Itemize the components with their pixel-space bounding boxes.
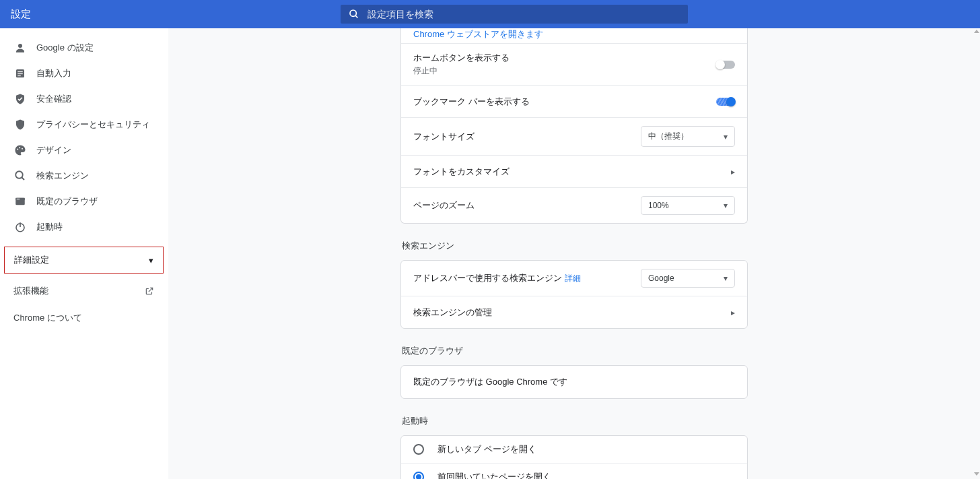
- chevron-down-icon: ▾: [724, 132, 728, 141]
- sidebar-item-safety[interactable]: 安全確認: [0, 86, 168, 112]
- sidebar: Google の設定 自動入力 安全確認 プライバシーとセキュリティ デザイン …: [0, 28, 168, 479]
- browser-icon: [13, 195, 27, 208]
- svg-line-1: [355, 15, 357, 18]
- svg-point-10: [15, 171, 23, 179]
- home-button-toggle[interactable]: [716, 61, 735, 69]
- font-size-row: フォントサイズ 中（推奨） ▾: [401, 117, 747, 155]
- design-card: Chrome ウェブストアを開きます ホームボタンを表示する 停止中 ブックマー…: [400, 28, 748, 224]
- shield-icon: [13, 118, 27, 131]
- sidebar-advanced[interactable]: 詳細設定 ▾: [4, 247, 164, 274]
- chevron-right-icon: ▸: [731, 167, 735, 177]
- page-title: 設定: [11, 8, 31, 21]
- bookmarks-bar-row: ブックマーク バーを表示する: [401, 85, 747, 117]
- chevron-down-icon: ▾: [724, 201, 728, 210]
- default-browser-row: 既定のブラウザは Google Chrome です: [401, 366, 747, 398]
- sidebar-item-about[interactable]: Chrome について: [0, 305, 168, 331]
- manage-search-row[interactable]: 検索エンジンの管理 ▸: [401, 296, 747, 328]
- svg-rect-5: [18, 73, 23, 74]
- svg-point-2: [18, 44, 22, 48]
- sidebar-item-autofill[interactable]: 自動入力: [0, 61, 168, 86]
- chevron-down-icon: ▾: [724, 274, 728, 283]
- shield-check-icon: [13, 92, 27, 106]
- search-icon: [13, 169, 27, 183]
- font-size-select[interactable]: 中（推奨） ▾: [641, 126, 735, 147]
- sidebar-item-search-engine[interactable]: 検索エンジン: [0, 163, 168, 189]
- chevron-right-icon: ▸: [731, 308, 735, 317]
- person-icon: [13, 41, 27, 55]
- customize-fonts-row[interactable]: フォントをカスタマイズ ▸: [401, 155, 747, 187]
- svg-rect-6: [18, 75, 21, 76]
- power-icon: [13, 220, 27, 234]
- sidebar-item-google[interactable]: Google の設定: [0, 35, 168, 61]
- svg-point-8: [19, 147, 20, 148]
- home-button-row: ホームボタンを表示する 停止中: [401, 43, 747, 85]
- svg-rect-4: [18, 71, 23, 72]
- web-store-row[interactable]: Chrome ウェブストアを開きます: [401, 28, 747, 43]
- startup-option-continue[interactable]: 前回開いていたページを開く: [401, 463, 747, 479]
- svg-point-9: [22, 148, 23, 150]
- sidebar-item-privacy[interactable]: プライバシーとセキュリティ: [0, 112, 168, 137]
- sidebar-item-design[interactable]: デザイン: [0, 137, 168, 163]
- section-default-browser: 既定のブラウザ: [402, 345, 748, 357]
- page-zoom-row: ページのズーム 100% ▾: [401, 187, 747, 223]
- chevron-down-icon: ▾: [149, 255, 153, 265]
- bookmarks-bar-toggle[interactable]: [716, 98, 735, 106]
- advanced-label: 詳細設定: [14, 254, 49, 266]
- addressbar-engine-row: アドレスバーで使用する検索エンジン 詳細 Google ▾: [401, 261, 747, 296]
- scrollbar-down-icon[interactable]: [973, 472, 980, 478]
- sidebar-item-startup[interactable]: 起動時: [0, 214, 168, 240]
- section-search-engine: 検索エンジン: [402, 240, 748, 252]
- main-content: Chrome ウェブストアを開きます ホームボタンを表示する 停止中 ブックマー…: [168, 28, 980, 479]
- page-zoom-select[interactable]: 100% ▾: [641, 196, 735, 215]
- sidebar-item-extensions[interactable]: 拡張機能: [0, 278, 168, 305]
- search-container[interactable]: [341, 5, 688, 24]
- palette-icon: [13, 143, 27, 157]
- svg-line-11: [22, 177, 24, 180]
- radio-icon: [413, 472, 424, 479]
- header: 設定: [0, 0, 980, 28]
- autofill-icon: [13, 67, 27, 80]
- svg-point-7: [17, 149, 18, 150]
- search-icon: [349, 9, 359, 20]
- scrollbar-up-icon[interactable]: [973, 30, 980, 35]
- default-browser-card: 既定のブラウザは Google Chrome です: [400, 365, 748, 399]
- section-startup: 起動時: [402, 415, 748, 427]
- svg-point-0: [350, 10, 356, 16]
- radio-icon: [413, 444, 424, 455]
- external-link-icon: [145, 286, 154, 296]
- startup-card: 新しいタブ ページを開く 前回開いていたページを開く 特定のページまたはページセ…: [400, 435, 748, 479]
- engine-details-link[interactable]: 詳細: [565, 274, 581, 283]
- startup-option-new-tab[interactable]: 新しいタブ ページを開く: [401, 436, 747, 463]
- addressbar-engine-select[interactable]: Google ▾: [641, 269, 735, 288]
- search-engine-card: アドレスバーで使用する検索エンジン 詳細 Google ▾ 検索エンジンの管理 …: [400, 260, 748, 329]
- sidebar-item-default-browser[interactable]: 既定のブラウザ: [0, 189, 168, 214]
- svg-rect-14: [17, 199, 20, 199]
- search-input[interactable]: [368, 9, 680, 20]
